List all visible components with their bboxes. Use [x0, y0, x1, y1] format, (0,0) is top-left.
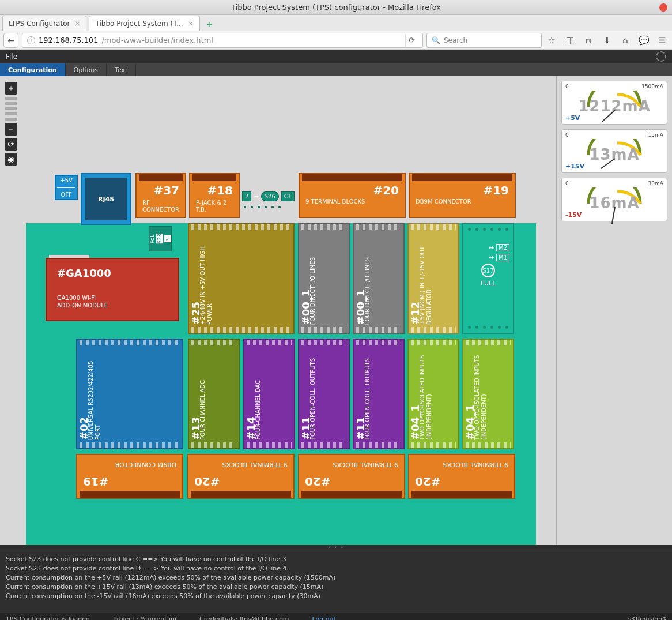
connector-20-bottom-b[interactable]: #20 9 TERMINAL BLOCKS	[298, 454, 405, 499]
close-icon[interactable]: ×	[188, 20, 194, 28]
rj45-connector[interactable]: RJ45	[81, 173, 131, 225]
status-revision: v$Revision$	[628, 615, 666, 621]
slot-number: #00_1	[357, 260, 364, 325]
log-line: Current consumption on the -15V rail (16…	[6, 592, 666, 601]
slot-14[interactable]: #14FOUR-CHANNEL DAC	[243, 339, 295, 449]
log-console[interactable]: Socket S23 does not provide control line…	[0, 550, 672, 613]
view-button[interactable]: ◉	[5, 153, 17, 166]
tab-text[interactable]: Text	[107, 63, 136, 76]
bookmark-icon[interactable]: ☆	[545, 34, 558, 47]
connector-37[interactable]: #37 RF CONNECTOR	[135, 173, 186, 218]
connector-20-bottom-a[interactable]: #20 9 TERMINAL BLOCKS	[187, 454, 295, 499]
connector-label: 9 TERMINAL BLOCKS	[333, 461, 398, 468]
connector-20-bottom-c[interactable]: #20 9 TERMINAL BLOCKS	[408, 454, 515, 499]
logout-link[interactable]: Log out	[312, 615, 336, 621]
connector-label: 9 TERMINAL BLOCKS	[443, 461, 508, 468]
connector-number: #20	[194, 475, 220, 489]
psu-bottom-label: OFF	[57, 191, 75, 198]
log-line: Current consumption on the +5V rail (121…	[6, 573, 666, 583]
mini-s26[interactable]: S26	[261, 191, 279, 201]
gauge-rail-label: -15V	[565, 211, 582, 219]
slot-00-b[interactable]: #00_1FOUR DIRECT I/O LINES	[353, 223, 405, 334]
connector-label: RF CONNECTOR	[142, 200, 179, 213]
slot-label: TWO OPTO-ISOLATED INPUTS (INDEPENDENT)	[419, 355, 432, 440]
slot-label: FOUR OPEN-COLL. OUTPUTS	[309, 358, 316, 440]
search-input[interactable]: 🔍 Search	[426, 33, 542, 48]
status-message: TPS Configurator is loaded	[6, 615, 90, 621]
slot-label: FOUR OPEN-COLL. OUTPUTS	[364, 358, 371, 440]
status-bar: TPS Configurator is loaded Project : *cu…	[0, 613, 672, 620]
module-ga1000[interactable]: #GA1000 GA1000 Wi-FiADD-ON MODULE	[46, 258, 179, 321]
poe-s-label: S28	[156, 234, 163, 243]
console-resize-handle[interactable]: • • •	[0, 545, 672, 550]
slot-s17[interactable]: ↔M2 ↔M1 S17 FULL	[462, 223, 514, 334]
full-label: FULL	[463, 280, 513, 287]
slot-number: #11	[357, 360, 364, 440]
reload-icon[interactable]: ⟳	[405, 34, 418, 47]
home-icon[interactable]: ⌂	[619, 34, 632, 47]
slot-11-a[interactable]: #11FOUR OPEN-COLL. OUTPUTS	[298, 339, 350, 449]
url-input[interactable]: i 192.168.75.101/mod-www-builder/index.h…	[22, 33, 423, 48]
s17-label: S17	[481, 264, 495, 277]
slot-label: TWO OPTO-ISOLATED INPUTS (INDEPENDENT)	[474, 355, 487, 440]
menu-file[interactable]: File	[6, 52, 17, 61]
info-icon[interactable]: i	[27, 36, 35, 44]
tab-label: Tibbo Project System (T...	[95, 20, 183, 28]
log-line: Socket S23 does not provide control line…	[6, 555, 666, 564]
slot-label: +24/48V IN +5V OUT HIGH-POWER	[199, 245, 213, 325]
zoom-step	[5, 112, 17, 115]
refresh-button[interactable]: ⟳	[5, 138, 17, 151]
tab-ltps-configurator[interactable]: LTPS Configurator ×	[2, 16, 86, 31]
mini-c1[interactable]: C1	[281, 191, 295, 201]
slot-12[interactable]: #12+5V (NOM.) IN +/-15V OUT REGULATOR	[407, 223, 459, 334]
browser-tabstrip: LTPS Configurator × Tibbo Project System…	[0, 15, 672, 31]
library-icon[interactable]: ▥	[564, 34, 576, 47]
m1-label: M1	[496, 254, 509, 261]
close-icon[interactable]: ×	[74, 20, 80, 28]
power-gauges: 01500mA 1212mA +5V 015mA 13mA +15V 030mA…	[557, 76, 672, 545]
slot-04-a[interactable]: #04_1TWO OPTO-ISOLATED INPUTS (INDEPENDE…	[407, 339, 459, 449]
search-icon: 🔍	[432, 36, 440, 44]
connector-18[interactable]: #18 P-JACK & 2 T.B.	[189, 173, 240, 218]
slot-13[interactable]: #13FOUR-CHANNEL ADC	[188, 339, 240, 449]
gauge-min: 0	[565, 84, 569, 89]
slot-02[interactable]: #02UNIVERSAL RS232/422/485 PORT	[76, 339, 183, 449]
download-icon[interactable]: ⬇	[601, 34, 613, 47]
slot-number: #04_1	[412, 350, 419, 440]
slot-00-a[interactable]: #00_1FOUR DIRECT I/O LINES	[298, 223, 350, 334]
tab-configuration[interactable]: Configuration	[0, 63, 66, 76]
gauge-value: 1212mA	[562, 97, 667, 115]
connector-19-top[interactable]: #19 DB9M CONNECTOR	[409, 173, 516, 218]
connector-number: #19	[83, 475, 109, 489]
connector-label: 9 TERMINAL BLOCKS	[222, 461, 288, 468]
poe-toggle[interactable]: PoE S28 ✓	[149, 226, 172, 251]
connector-number: #19	[483, 183, 509, 197]
slot-11-b[interactable]: #11FOUR OPEN-COLL. OUTPUTS	[353, 339, 405, 449]
slot-label: +5V (NOM.) IN +/-15V OUT REGULATOR	[419, 246, 432, 325]
board-canvas[interactable]: ＋ － ⟳ ◉ +5V OFF RJ45	[0, 76, 557, 545]
mini-s2[interactable]: 2	[242, 191, 251, 201]
zoom-step	[5, 118, 17, 121]
zoom-step	[5, 97, 17, 100]
new-tab-button[interactable]: ＋	[203, 18, 216, 31]
zoom-out-button[interactable]: －	[5, 123, 17, 136]
back-button[interactable]: ←	[3, 33, 18, 48]
gauge-min: 0	[565, 132, 569, 138]
log-line: Current consumption on the +15V rail (13…	[6, 583, 666, 592]
chat-icon[interactable]: 💬	[637, 34, 650, 47]
connector-19-bottom[interactable]: #19 DB9M CONNECTOR	[76, 454, 183, 499]
zoom-in-button[interactable]: ＋	[5, 82, 17, 95]
psu-toggle[interactable]: +5V OFF	[55, 175, 78, 200]
check-icon: ✓	[164, 235, 171, 242]
connector-label: P-JACK & 2 T.B.	[196, 200, 233, 213]
connector-number: #18	[207, 183, 233, 197]
connector-20-top[interactable]: #20 9 TERMINAL BLOCKS	[299, 173, 406, 218]
window-close-icon[interactable]	[659, 3, 667, 12]
menu-icon[interactable]: ☰	[656, 34, 669, 47]
tab-tps-configurator[interactable]: Tibbo Project System (T... ×	[89, 16, 199, 31]
tab-options[interactable]: Options	[66, 63, 107, 76]
slot-04-b[interactable]: #04_1TWO OPTO-ISOLATED INPUTS (INDEPENDE…	[462, 339, 514, 449]
connector-label: DB9M CONNECTOR	[416, 198, 509, 205]
pocket-icon[interactable]: ⧈	[582, 34, 595, 47]
slot-25[interactable]: #25+24/48V IN +5V OUT HIGH-POWER	[188, 223, 295, 334]
